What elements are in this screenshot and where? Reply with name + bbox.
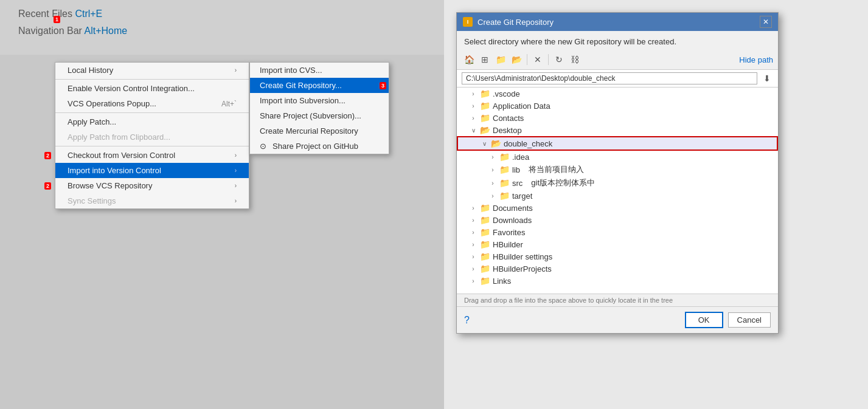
- dialog-title: Create Git Repository: [477, 18, 554, 27]
- folder-icon-hbuilder-settings: 📁: [480, 252, 490, 261]
- tree-label-lib: lib: [512, 165, 520, 174]
- tree-item-favorites[interactable]: › 📁 Favorites: [457, 226, 778, 238]
- tree-item-appdata[interactable]: › 📁 Application Data: [457, 100, 778, 112]
- connect-button[interactable]: ⛓: [568, 52, 582, 67]
- tree-item-links[interactable]: › 📁 Links: [457, 275, 778, 287]
- download-icon[interactable]: ⬇: [761, 72, 773, 84]
- dropdown-vcs-popup[interactable]: VCS Operations Popup... Alt+`: [55, 96, 249, 111]
- folder-icon-downloads: 📁: [480, 215, 490, 225]
- annotation-lib: 将当前项目纳入: [529, 164, 584, 175]
- folder-icon-hbuilder-projects: 📁: [480, 264, 490, 273]
- sub-import-svn[interactable]: Import into Subversion...: [250, 93, 389, 108]
- badge-2: 2: [44, 152, 51, 159]
- tree-label-appdata: Application Data: [493, 101, 550, 111]
- tree-item-hbuilder[interactable]: › 📁 HBuilder: [457, 238, 778, 250]
- folder-icon-idea: 📁: [499, 152, 510, 162]
- toggle-hbuilder[interactable]: ›: [469, 241, 477, 248]
- arrow-icon: ›: [235, 67, 237, 74]
- ide-content: Local History › Enable Version Control I…: [0, 30, 444, 55]
- dialog-app-icon: I: [463, 17, 473, 27]
- dialog-close-button[interactable]: ✕: [760, 16, 772, 28]
- tree-label-documents: Documents: [493, 204, 533, 213]
- toggle-hbuilder-projects[interactable]: ›: [469, 266, 477, 272]
- toggle-double-check[interactable]: ∨: [480, 140, 488, 147]
- tree-label-links: Links: [493, 277, 511, 286]
- tree-label-hbuilder-projects: HBuilderProjects: [493, 264, 552, 273]
- toggle-hbuilder-settings[interactable]: ›: [469, 253, 477, 260]
- dropdown-import-vcs[interactable]: Import into Version Control ›: [55, 163, 249, 178]
- tree-item-target[interactable]: › 📁 target: [457, 190, 778, 202]
- tree-label-contacts: Contacts: [493, 114, 524, 123]
- toggle-contacts[interactable]: ›: [469, 115, 477, 122]
- folder-icon-src: 📁: [499, 178, 510, 188]
- tree-item-contacts[interactable]: › 📁 Contacts: [457, 112, 778, 124]
- tree-label-src: src: [512, 179, 523, 188]
- folder2-button[interactable]: 📂: [509, 52, 524, 67]
- tree-label-double-check: double_check: [504, 139, 552, 148]
- tree-item-desktop[interactable]: 4 ∨ 📂 Desktop: [457, 124, 778, 136]
- import-vcs-submenu: Import into CVS... Create Git Repository…: [249, 62, 389, 154]
- dropdown-apply-patch[interactable]: Apply Patch...: [55, 114, 249, 129]
- home-button[interactable]: 🏠: [462, 52, 476, 67]
- refresh-button[interactable]: ↻: [552, 52, 566, 67]
- tree-item-documents[interactable]: › 📁 Documents: [457, 202, 778, 214]
- hint-recent-files: Recent Files Ctrl+E: [18, 9, 426, 19]
- toggle-documents[interactable]: ›: [469, 205, 477, 211]
- tree-item-vscode[interactable]: › 📁 .vscode: [457, 88, 778, 100]
- dialog-title-left: I Create Git Repository: [463, 17, 554, 27]
- folder-icon-favorites: 📁: [480, 227, 490, 237]
- dropdown-enable-vcs[interactable]: Enable Version Control Integration...: [55, 81, 249, 96]
- toggle-vscode[interactable]: ›: [469, 91, 477, 97]
- grid-button[interactable]: ⊞: [477, 52, 492, 67]
- dialog-footer-hint: Drag and drop a file into the space abov…: [457, 294, 778, 307]
- ide-hints: Search Everywhere Double Shift Go to Fil…: [0, 0, 444, 55]
- toggle-target[interactable]: ›: [488, 193, 497, 199]
- dropdown-sync-settings: Sync Settings ›: [55, 193, 249, 208]
- toggle-lib[interactable]: ›: [488, 167, 497, 173]
- toggle-src[interactable]: ›: [488, 180, 497, 187]
- tree-label-hbuilder: HBuilder: [493, 240, 523, 249]
- tree-item-src[interactable]: › 📁 src git版本控制体系中: [457, 176, 778, 190]
- toggle-appdata[interactable]: ›: [469, 103, 477, 109]
- sub-github[interactable]: ⊙ Share Project on GitHub: [250, 139, 389, 154]
- toggle-desktop[interactable]: ∨: [469, 127, 477, 134]
- create-git-dialog: I Create Git Repository ✕ Select directo…: [456, 12, 779, 334]
- tree-item-downloads[interactable]: › 📁 Downloads: [457, 214, 778, 226]
- path-input[interactable]: [462, 72, 757, 84]
- hide-path-link[interactable]: Hide path: [739, 55, 773, 64]
- delete-button[interactable]: ✕: [530, 52, 545, 67]
- tree-item-hbuilder-settings[interactable]: › 📁 HBuilder settings: [457, 250, 778, 263]
- sub-mercurial[interactable]: Create Mercurial Repository: [250, 123, 389, 139]
- tree-item-double-check[interactable]: ∨ 📂 double_check: [457, 136, 778, 151]
- sub-import-cvs[interactable]: Import into CVS...: [250, 63, 389, 78]
- toggle-downloads[interactable]: ›: [469, 217, 477, 224]
- toggle-favorites[interactable]: ›: [469, 229, 477, 236]
- arrow-icon-3: ›: [235, 167, 237, 174]
- dropdown-checkout[interactable]: Checkout from Version Control › 2: [55, 148, 249, 163]
- tree-item-lib[interactable]: › 📁 lib 将当前项目纳入: [457, 163, 778, 176]
- separator-2: [55, 112, 249, 113]
- help-button[interactable]: ?: [464, 315, 470, 326]
- folder-icon-double-check: 📂: [491, 139, 501, 148]
- tree-label-desktop: Desktop: [493, 126, 522, 135]
- toolbar-separator-1: [527, 54, 527, 65]
- tree-label-vscode: .vscode: [493, 89, 520, 98]
- ok-button[interactable]: OK: [685, 312, 723, 328]
- toggle-links[interactable]: ›: [469, 278, 477, 284]
- tree-item-hbuilder-projects[interactable]: › 📁 HBuilderProjects: [457, 263, 778, 275]
- cancel-button[interactable]: Cancel: [728, 312, 771, 328]
- badge-1: 1: [54, 16, 60, 23]
- folder-button[interactable]: 📁: [493, 52, 508, 67]
- separator-3: [55, 146, 249, 146]
- tree-label-idea: .idea: [512, 153, 529, 162]
- toggle-idea[interactable]: ›: [488, 154, 497, 160]
- sub-share-svn[interactable]: Share Project (Subversion)...: [250, 108, 389, 123]
- dropdown-local-history[interactable]: Local History ›: [55, 63, 249, 78]
- left-panel: I IntelliJ IDEA (Administrator) n Tools …: [0, 0, 444, 409]
- dropdown-apply-patch-clipboard: Apply Patch from Clipboard...: [55, 129, 249, 145]
- dropdown-browse-vcs[interactable]: Browse VCS Repository › 2: [55, 178, 249, 193]
- tree-item-idea[interactable]: › 📁 .idea: [457, 151, 778, 163]
- sub-create-git[interactable]: Create Git Repository... 3: [250, 78, 389, 93]
- tree-label-downloads: Downloads: [493, 216, 532, 225]
- dialog-subtitle: Select directory where the new Git repos…: [457, 31, 778, 50]
